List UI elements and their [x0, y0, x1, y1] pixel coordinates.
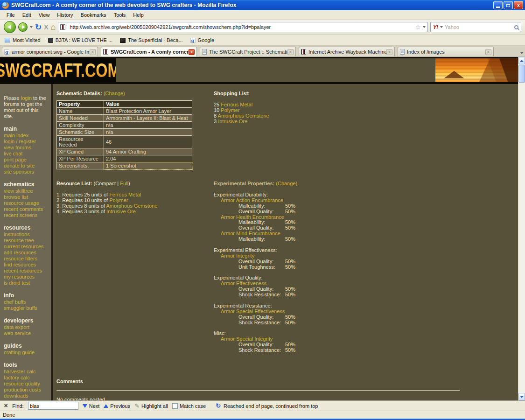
sidebar-link[interactable]: current resources — [4, 244, 49, 250]
full-view-link[interactable]: Full — [120, 181, 128, 186]
browser-tab[interactable]: The SWGCraft Project :: Schematic: Be...… — [200, 47, 296, 56]
browser-tab[interactable]: SWGCraft.com - A comfy corner ... x — [101, 47, 197, 56]
sidebar-link[interactable]: instructions — [4, 231, 49, 238]
sidebar-link[interactable]: resource tree — [4, 238, 49, 244]
sidebar-link[interactable]: recent screens — [4, 212, 49, 218]
menu-item[interactable]: View — [35, 11, 54, 19]
sidebar-link[interactable]: my resources — [4, 274, 49, 280]
search-icon[interactable] — [514, 25, 518, 29]
sidebar-link[interactable]: production costs — [4, 387, 49, 393]
menu-item[interactable]: File — [3, 11, 19, 19]
sidebar-link[interactable]: view skilltree — [4, 188, 49, 194]
sidebar-link[interactable]: site sponsors — [4, 169, 49, 175]
bookmark-item[interactable]: The Superficial - Beca... — [120, 37, 182, 43]
scroll-down-button[interactable] — [518, 393, 525, 400]
resource-link[interactable]: Polymer — [221, 107, 239, 113]
attribute-link[interactable]: Armor Special Effectiveness — [221, 309, 513, 315]
url-text[interactable]: http://web.archive.org/web/2005020904292… — [70, 24, 413, 30]
search-placeholder[interactable]: Yahoo — [445, 24, 512, 30]
schematic-change-link[interactable]: (Change) — [104, 91, 125, 96]
match-case-toggle[interactable]: Match case — [172, 403, 206, 409]
sidebar-link[interactable]: data export — [4, 324, 49, 330]
tab-list-dropdown-icon[interactable] — [520, 52, 523, 54]
reload-button[interactable]: ↻ — [35, 23, 42, 31]
tab-close-icon[interactable]: x — [189, 49, 195, 55]
sidebar-link[interactable]: crafting guide — [4, 350, 49, 356]
find-input[interactable] — [28, 402, 78, 410]
browser-tab[interactable]: armor component swg - Google Image ... x — [2, 47, 98, 56]
menu-item[interactable]: Tools — [110, 11, 130, 19]
highlight-all-button[interactable]: ✎ Highlight all — [134, 402, 168, 409]
tab-label[interactable]: Index of /images — [407, 49, 485, 55]
scrollbar-thumb[interactable] — [518, 65, 525, 83]
tab-close-icon[interactable]: x — [90, 49, 96, 55]
home-button[interactable]: ⌂ — [51, 23, 56, 31]
login-link[interactable]: login — [21, 95, 32, 101]
sidebar-link[interactable]: downloads — [4, 393, 49, 399]
sidebar-link[interactable]: live chat — [4, 151, 49, 157]
browser-tab[interactable]: Index of /images x — [398, 47, 494, 56]
back-button[interactable] — [4, 21, 16, 33]
sidebar-link[interactable]: add resources — [4, 250, 49, 256]
resource-link[interactable]: Amorphous Gemstone — [106, 203, 157, 209]
search-bar[interactable]: Y! Yahoo — [430, 22, 521, 32]
sidebar-link[interactable]: find resources — [4, 262, 49, 268]
sidebar-link[interactable]: main index — [4, 133, 49, 139]
bookmark-star-icon[interactable]: ☆ — [415, 23, 421, 31]
bookmark-item[interactable]: B3TA : WE LOVE THE ... — [48, 37, 112, 43]
sidebar-link[interactable]: web service — [4, 330, 49, 336]
resource-link[interactable]: Intrusive Ore — [218, 119, 247, 124]
menu-item[interactable]: Help — [129, 11, 147, 19]
bookmark-label[interactable]: The Superficial - Beca... — [128, 37, 182, 43]
sidebar-link[interactable]: recent comments — [4, 206, 49, 212]
menu-item[interactable]: History — [53, 11, 77, 19]
bookmark-label[interactable]: Google — [198, 37, 214, 43]
resource-link[interactable]: Polymer — [109, 197, 128, 203]
sidebar-link[interactable]: recent resources — [4, 268, 49, 274]
resource-link[interactable]: Intrusive Ore — [106, 209, 136, 214]
bookmark-label[interactable]: B3TA : WE LOVE THE ... — [56, 37, 112, 43]
scroll-up-button[interactable] — [518, 57, 525, 64]
attribute-link[interactable]: Armor Action Encumbrance — [221, 198, 513, 203]
find-close-icon[interactable]: ✕ — [4, 403, 8, 409]
sidebar-link[interactable]: print page — [4, 157, 49, 163]
forward-button[interactable] — [18, 22, 28, 32]
tab-label[interactable]: The SWGCraft Project :: Schematic: Be... — [209, 49, 287, 55]
bookmark-label[interactable]: Most Visited — [13, 37, 41, 43]
bookmark-item[interactable]: Most Visited — [5, 37, 41, 43]
tab-label[interactable]: Internet Archive Wayback Machine — [308, 49, 386, 55]
sidebar-link[interactable]: resource usage — [4, 200, 49, 206]
history-dropdown-icon[interactable] — [30, 26, 33, 28]
sidebar-link[interactable]: chef buffs — [4, 299, 49, 305]
sidebar-link[interactable]: resource quality — [4, 381, 49, 387]
menu-item[interactable]: Edit — [19, 11, 35, 19]
find-previous-button[interactable]: Previous — [104, 403, 130, 409]
minimize-button[interactable] — [493, 1, 503, 9]
restore-button[interactable] — [504, 1, 513, 9]
sidebar-link[interactable]: harvester calc — [4, 369, 49, 375]
tab-label[interactable]: SWGCraft.com - A comfy corner ... — [111, 49, 189, 55]
sidebar-link[interactable]: login / register — [4, 139, 49, 145]
stop-button[interactable]: X — [44, 24, 48, 30]
resource-link[interactable]: Amorphous Gemstone — [218, 113, 269, 119]
url-dropdown-icon[interactable] — [423, 26, 426, 28]
sidebar-link[interactable]: factory calc — [4, 375, 49, 381]
sidebar-link[interactable]: donate to site — [4, 163, 49, 169]
sidebar-link[interactable]: browse list — [4, 194, 49, 200]
yahoo-icon[interactable]: Y! — [433, 24, 438, 30]
resource-link[interactable]: Ferrous Metal — [221, 102, 252, 107]
tab-close-icon[interactable]: x — [386, 49, 392, 55]
sidebar-link[interactable]: smuggler buffs — [4, 305, 49, 311]
search-engine-dropdown-icon[interactable] — [440, 26, 443, 28]
sidebar-link[interactable]: is droid test — [4, 280, 49, 286]
tab-close-icon[interactable]: x — [287, 49, 294, 55]
tab-close-icon[interactable]: x — [485, 49, 491, 55]
tab-label[interactable]: armor component swg - Google Image ... — [12, 49, 90, 55]
bookmark-item[interactable]: Google — [190, 37, 214, 43]
url-bar[interactable]: http://web.archive.org/web/2005020904292… — [58, 22, 428, 32]
menu-item[interactable]: Bookmarks — [77, 11, 110, 19]
attribute-link[interactable]: Armor Integrity — [221, 253, 513, 259]
close-button[interactable]: x — [514, 1, 523, 9]
experimental-change-link[interactable]: (Change) — [276, 181, 297, 186]
find-next-button[interactable]: Next — [83, 403, 100, 409]
